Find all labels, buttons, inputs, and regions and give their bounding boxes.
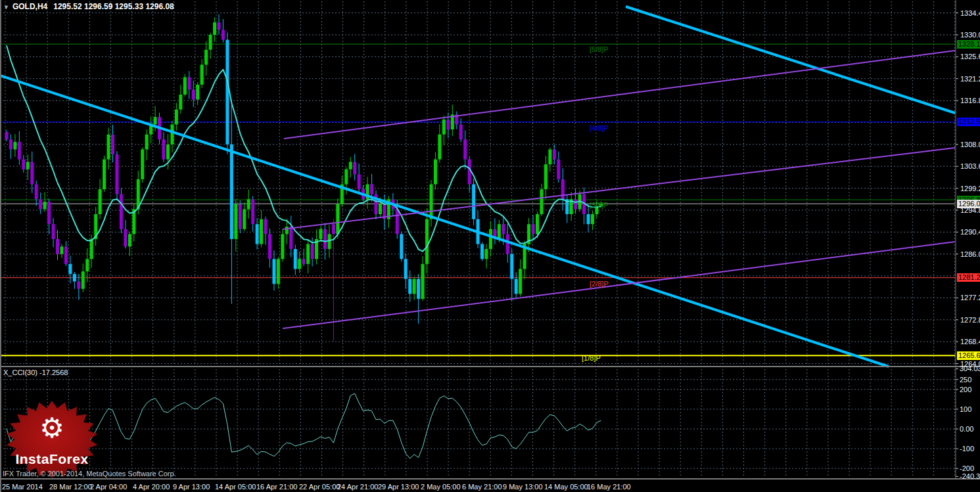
candle-body <box>124 229 127 247</box>
pivot-level-label: [2/8]P <box>590 280 609 288</box>
candle-body <box>107 135 110 160</box>
chart-title: ▼GOLD,H41295.52 1296.59 1295.33 1296.08 <box>3 2 174 11</box>
candle-body <box>222 30 225 39</box>
candle-body <box>536 214 539 234</box>
candle-body <box>332 224 335 234</box>
price-axis-badge: 1281.25 <box>957 273 980 282</box>
time-axis-label: 9 Apr 13:00 <box>173 483 210 491</box>
time-axis-label: 28 Mar 12:00 <box>49 483 92 491</box>
indicator-name-label: X_CCI(30) -17.2568 <box>3 369 68 376</box>
candle-body <box>128 234 131 246</box>
candle-body <box>268 234 271 259</box>
pivot-level-label: [3/8]P <box>590 201 609 209</box>
candle-body <box>85 259 89 271</box>
candle-body <box>498 224 501 239</box>
candle-body <box>115 154 118 194</box>
candle-body <box>421 264 425 299</box>
time-axis-label: 4 Apr 20:00 <box>133 483 170 491</box>
candle-body <box>239 204 242 229</box>
candle-body <box>22 160 25 169</box>
pane-divider <box>0 366 980 367</box>
candle-body <box>260 219 263 244</box>
ohlc-values: 1295.52 1296.59 1295.33 1296.08 <box>53 2 174 11</box>
candle-body <box>557 160 560 179</box>
candle-body <box>446 120 450 129</box>
price-tick-label: 1290.40 <box>960 228 980 236</box>
candle-body <box>9 139 12 149</box>
price-tick-label: 1299.20 <box>960 185 980 193</box>
candle-body <box>591 214 594 224</box>
candle-body <box>35 185 38 200</box>
candle-body <box>175 110 178 125</box>
candle-body <box>532 224 535 234</box>
candle-body <box>548 149 551 164</box>
candle-body <box>264 219 268 235</box>
price-axis-badge: 1265.63 <box>957 351 980 360</box>
candle-body <box>561 179 565 199</box>
candle-body <box>90 239 93 259</box>
candle-body <box>438 135 441 160</box>
price-tick-label: 1286.00 <box>960 250 980 259</box>
candle-body <box>289 227 292 249</box>
candle-body <box>587 214 590 224</box>
candle-body <box>30 162 34 184</box>
candles <box>5 14 603 341</box>
candle-body <box>510 254 513 279</box>
candle-body <box>468 160 471 185</box>
candle-body <box>47 202 51 224</box>
price-tick-label: 1330.00 <box>960 31 980 39</box>
indicator-tick-label: 250 <box>960 376 971 384</box>
indicator-tick-label: -100 <box>960 445 974 453</box>
candle-body <box>281 234 284 259</box>
candle-body <box>515 279 518 294</box>
candle-body <box>425 219 429 264</box>
chart-canvas[interactable] <box>0 0 980 492</box>
watermark-brand-text: InstaForex <box>15 451 88 466</box>
chart-dropdown-icon[interactable]: ▼ <box>3 4 9 11</box>
candle-body <box>336 204 339 235</box>
trendline-ascending-channel-lower <box>283 242 955 328</box>
price-tick-label: 1321.20 <box>960 75 980 83</box>
candle-body <box>553 149 556 159</box>
candle-body <box>472 185 475 219</box>
price-axis-badge: 1312.50 <box>957 118 980 126</box>
trendline-descending-channel-lower <box>626 7 955 113</box>
candle-body <box>77 281 80 288</box>
candle-body <box>82 271 85 289</box>
candle-body <box>272 259 275 284</box>
mt4-chart-window: ▼GOLD,H41295.52 1296.59 1295.33 1296.08 … <box>0 0 980 492</box>
price-axis-badge: 1296.08 <box>957 200 980 208</box>
candle-body <box>277 259 280 284</box>
candle-body <box>459 125 463 140</box>
candle-body <box>192 89 195 99</box>
candle-body <box>5 132 9 139</box>
time-axis-label: 16 Apr 21:00 <box>256 483 297 491</box>
candle-body <box>353 162 356 174</box>
candle-body <box>404 259 408 279</box>
candle-body <box>480 244 484 259</box>
candle-body <box>225 40 229 145</box>
candle-body <box>344 169 348 185</box>
candle-body <box>544 164 548 189</box>
candle-body <box>179 95 182 110</box>
trendlines[interactable] <box>0 7 955 367</box>
indicator-tick-label: -200 <box>960 464 974 473</box>
candle-body <box>358 174 361 189</box>
candle-body <box>99 189 102 214</box>
candle-body <box>370 185 373 194</box>
axis-tick-marks <box>956 13 958 477</box>
candle-body <box>349 162 352 169</box>
time-axis-label: 29 Apr 13:00 <box>378 483 419 491</box>
candle-body <box>379 204 382 214</box>
candle-body <box>294 249 297 269</box>
time-axis-label: 14 May 05:00 <box>544 483 588 491</box>
price-tick-label: 1334.40 <box>960 9 980 18</box>
time-axis-label: 9 May 13:00 <box>503 483 543 491</box>
candle-body <box>64 246 68 264</box>
candle-body <box>323 229 327 249</box>
candle-body <box>200 65 204 85</box>
candle-body <box>285 227 289 234</box>
candle-body <box>489 229 492 249</box>
candle-body <box>408 279 411 294</box>
pivot-level-label: [1/8]P <box>582 354 601 362</box>
